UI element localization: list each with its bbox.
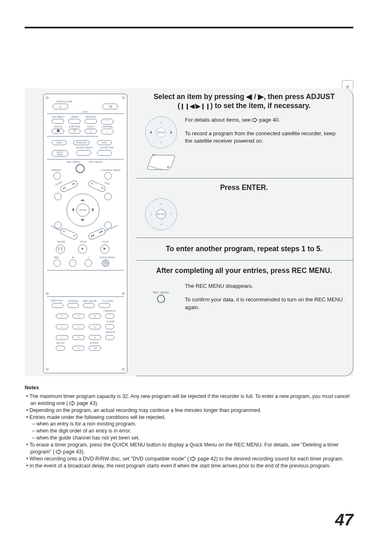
power-button: I/⏻ — [102, 104, 118, 109]
audio-label: AUDIO — [84, 125, 98, 128]
edit-menu-label: EDIT MENU — [86, 161, 105, 163]
dvd-label: DVD — [44, 111, 127, 113]
menu-label: MENU — [69, 116, 81, 118]
top-rule — [25, 27, 353, 28]
dvd-button: DVD — [97, 140, 112, 145]
play-button: ▶ — [100, 245, 109, 254]
clear-label: CLEAR — [104, 320, 117, 323]
return-button — [85, 119, 97, 124]
digit-0: 0 — [72, 346, 85, 351]
page: IntroductionRecordingPlaybackEditingLibr… — [0, 0, 392, 555]
notes-heading: Notes — [25, 384, 353, 391]
rec-mode-button — [83, 303, 95, 308]
top-menu-label: TOP MENU — [51, 116, 65, 118]
clock-button — [85, 259, 92, 267]
timeslip-button: TIMESLIP — [73, 140, 90, 145]
note-subitem: when the guide channel has not yet been … — [25, 435, 353, 442]
instant-replay-button — [76, 150, 91, 156]
rec-label: REC — [53, 256, 61, 259]
instant-skip-label: INSTANT SKIP — [98, 147, 116, 149]
note-item: Depending on the program, an actual reco… — [25, 407, 353, 414]
page-number: 47 — [335, 511, 354, 529]
remote-illustration: OPEN/CLOSE ▲ I/⏻ DVD TOP MENU MENU RETUR… — [43, 94, 127, 373]
t-search-label: T.SEARCH — [101, 310, 118, 312]
video-plus-button — [52, 303, 63, 308]
note-subitem: when the digit order of an entry is in e… — [25, 428, 353, 435]
digit-6: 6 — [89, 324, 101, 329]
quick-menu-label: QUICK MENU — [97, 256, 118, 259]
channel-label: CHANNEL — [100, 125, 114, 128]
easy-navi-button: EASY NAVI — [52, 150, 68, 157]
corner-button — [54, 193, 62, 200]
hdd-button: HDD — [52, 140, 67, 145]
delete-label: DELETE — [104, 331, 117, 333]
divider — [47, 136, 98, 136]
screw-icon — [46, 368, 48, 370]
page-ref-icon — [190, 456, 196, 461]
channel-down-button: ⌄ — [101, 129, 113, 134]
rec-mode-label: REC MODE — [81, 300, 99, 302]
open-close-button: ▲ — [53, 104, 68, 109]
rec-button — [53, 259, 61, 267]
corner-button — [104, 193, 112, 200]
remote-illustration-wrap: OPEN/CLOSE ▲ I/⏻ DVD TOP MENU MENU RETUR… — [43, 94, 127, 373]
pause-label: PAUSE — [55, 240, 67, 243]
subtitle-label: SUBTITLE — [67, 125, 82, 128]
t-search-button — [105, 314, 114, 319]
stop-label: STOP — [77, 240, 90, 243]
digit-plus-10: +10 — [89, 346, 101, 351]
enter-label: ENTER — [88, 342, 100, 344]
screw-icon — [122, 368, 125, 370]
angle-label: ANGLE — [51, 125, 65, 128]
clear-button — [105, 324, 114, 329]
screw-icon — [122, 97, 125, 99]
subtitle-button: 💬 — [68, 129, 81, 134]
library-button — [53, 172, 61, 180]
top-menu-button — [52, 119, 64, 124]
note-item: When recording onto a DVD-R/RW disc, set… — [25, 456, 353, 462]
pause-button: ❙❙ — [56, 245, 65, 254]
quick-menu-button: 🔍 — [102, 259, 109, 267]
skip-label: SKIP — [104, 181, 110, 185]
content-menu-button — [104, 172, 112, 180]
digit-4: 4 — [56, 324, 68, 329]
divider — [47, 296, 124, 297]
instant-skip-button — [97, 150, 112, 156]
note-item: In the event of a broadcast delay, the n… — [25, 462, 353, 469]
slow-label: SLOW — [55, 181, 63, 186]
divider — [47, 270, 124, 271]
screw-icon — [46, 292, 48, 295]
content-area: IntroductionRecordingPlaybackEditingLibr… — [25, 27, 353, 529]
step-5-illust: ENTER — [145, 198, 178, 230]
audio-button: ◯ — [85, 129, 97, 134]
digit-9: 9 — [89, 335, 101, 340]
content-menu-label: CONTENT MENU — [99, 169, 122, 171]
notes-list: The maximum timer program capacity is 32… — [25, 393, 353, 469]
angle-button: 🎥 — [52, 129, 64, 134]
digit-5: 5 — [72, 324, 85, 329]
screw-icon — [46, 97, 48, 99]
notes-section: Notes The maximum timer program capacity… — [25, 384, 353, 469]
page-ref-icon — [56, 449, 62, 454]
delete-button — [105, 335, 114, 340]
channel-up-button: ⌃ — [101, 119, 113, 125]
return-label: RETURN — [84, 116, 98, 118]
extend-button — [67, 303, 79, 308]
steps-panel: Select an item by pressing ◀ / ▶, then p… — [136, 88, 353, 376]
setup-button — [56, 346, 65, 351]
rec-menu-label: REC MENU — [64, 161, 83, 163]
digit-1: 1 — [56, 314, 68, 319]
digit-3: 3 — [89, 314, 101, 319]
tv-code-button — [99, 303, 110, 308]
tv-code-label: TV CODE — [100, 300, 115, 302]
instant-replay-label: INSTANT REPLAY — [72, 147, 97, 149]
rec-menu-button — [76, 164, 85, 173]
step-4-illust: ENTER ⏮ ⏭ FRAME/ADJUST — [145, 116, 178, 172]
note-item: Entries made under the following conditi… — [25, 414, 353, 421]
open-close-label: OPEN/CLOSE — [52, 100, 76, 103]
screw-icon — [122, 292, 125, 295]
video-plus-label: VIDEO Plus+ — [48, 300, 65, 302]
menu-button — [68, 119, 81, 124]
divider — [47, 113, 124, 114]
extend-label: EXTEND — [67, 300, 80, 302]
